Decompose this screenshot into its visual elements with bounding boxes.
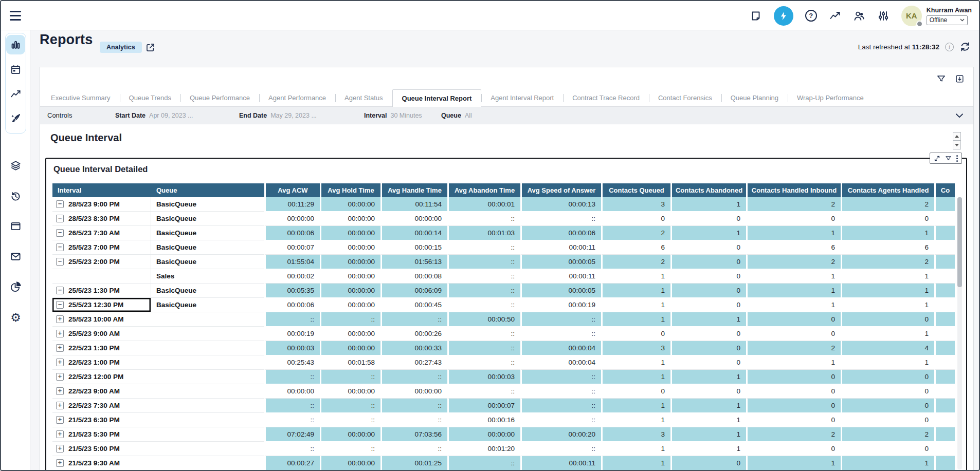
expand-row-icon[interactable] xyxy=(56,430,64,438)
sidebar-item-customize[interactable] xyxy=(6,108,25,128)
tab-queue-planning[interactable]: Queue Planning xyxy=(721,89,788,106)
quick-actions-icon[interactable] xyxy=(774,6,793,26)
sidebar-item-workspace[interactable] xyxy=(6,216,25,236)
column-header-interval[interactable]: Interval xyxy=(52,183,151,197)
tab-contact-forensics[interactable]: Contact Forensics xyxy=(649,89,721,106)
interval-cell[interactable]: 25/5/23 9:00 AM xyxy=(52,327,264,341)
customers-icon[interactable] xyxy=(853,10,865,22)
table-vertical-scrollbar[interactable] xyxy=(957,197,962,469)
interval-cell[interactable]: 22/5/23 1:30 PM xyxy=(52,341,264,355)
control-queue[interactable]: QueueAll xyxy=(441,112,472,119)
column-header-avg-hold-time[interactable]: Avg Hold Time xyxy=(320,183,380,197)
column-header-contacts-handled-inbound[interactable]: Contacts Handled Inbound xyxy=(746,183,841,197)
filter-icon[interactable] xyxy=(936,74,946,84)
control-end-date[interactable]: End DateMay 29, 2023 ... xyxy=(239,112,317,119)
interval-cell[interactable]: 21/5/23 5:00 PM xyxy=(52,442,264,456)
expand-row-icon[interactable] xyxy=(56,445,64,453)
control-start-date[interactable]: Start DateApr 09, 2023 ... xyxy=(115,112,193,119)
visual-filter-icon[interactable] xyxy=(945,155,952,162)
sidebar-item-messages[interactable] xyxy=(6,247,25,266)
download-icon[interactable] xyxy=(955,74,965,84)
column-header-queue[interactable]: Queue xyxy=(151,183,264,197)
expand-row-icon[interactable] xyxy=(56,373,64,381)
expand-row-icon[interactable] xyxy=(56,416,64,424)
interval-cell[interactable]: 25/5/23 7:00 PM xyxy=(52,240,151,255)
controls-collapse-chevron-icon[interactable] xyxy=(954,110,965,121)
collapse-row-icon[interactable] xyxy=(56,258,64,266)
preferences-sliders-icon[interactable] xyxy=(877,10,890,22)
tab-contract-trace-record[interactable]: Contract Trace Record xyxy=(563,89,649,106)
column-header-avg-handle-time[interactable]: Avg Handle Time xyxy=(380,183,447,197)
control-interval[interactable]: Interval30 Minutes xyxy=(364,112,422,119)
expand-icon[interactable] xyxy=(934,155,940,162)
tab-executive-summary[interactable]: Executive Summary xyxy=(42,89,120,106)
column-header-contacts-agents-handled[interactable]: Contacts Agents Handled xyxy=(841,183,934,197)
expand-row-icon[interactable] xyxy=(56,402,64,409)
interval-cell[interactable]: 26/5/23 7:30 AM xyxy=(52,226,151,240)
expand-row-icon[interactable] xyxy=(56,387,64,395)
expand-row-icon[interactable] xyxy=(56,459,64,467)
interval-cell[interactable]: 21/5/23 5:30 PM xyxy=(52,427,264,442)
collapse-row-icon[interactable] xyxy=(56,243,64,251)
more-options-icon[interactable] xyxy=(956,155,958,162)
status-select[interactable]: Offline xyxy=(927,15,968,25)
sidebar-item-reports[interactable] xyxy=(6,35,25,54)
collapse-row-icon[interactable] xyxy=(56,301,64,309)
value-cell xyxy=(934,384,955,399)
tab-agent-performance[interactable]: Agent Performance xyxy=(259,89,335,106)
interval-cell[interactable]: 28/5/23 9:00 PM xyxy=(52,197,151,212)
scroll-up-arrow[interactable] xyxy=(953,132,961,141)
tab-agent-status[interactable]: Agent Status xyxy=(335,89,392,106)
interval-cell[interactable]: 21/5/23 9:30 AM xyxy=(52,456,264,470)
expand-row-icon[interactable] xyxy=(56,330,64,337)
interval-cell[interactable]: 22/5/23 1:00 PM xyxy=(52,355,264,370)
column-header-co[interactable]: Co xyxy=(934,183,955,197)
tab-agent-interval-report[interactable]: Agent Interval Report xyxy=(481,89,563,106)
sidebar-item-analytics[interactable] xyxy=(6,277,25,296)
expand-row-icon[interactable] xyxy=(56,359,64,366)
sidebar-item-history[interactable] xyxy=(6,186,25,205)
collapse-row-icon[interactable] xyxy=(56,215,64,222)
help-icon[interactable] xyxy=(805,10,817,22)
value-cell xyxy=(934,212,955,226)
column-header-avg-speed-of-answer[interactable]: Avg Speed of Answer xyxy=(520,183,601,197)
sidebar-item-settings[interactable]: ⚙ xyxy=(6,308,25,327)
interval-cell[interactable]: 25/5/23 1:30 PM xyxy=(52,284,151,298)
metrics-icon[interactable] xyxy=(829,10,841,22)
value-cell: 00:00:06 xyxy=(264,298,320,312)
column-header-contacts-queued[interactable]: Contacts Queued xyxy=(601,183,670,197)
expand-row-icon[interactable] xyxy=(56,315,64,323)
notes-icon[interactable] xyxy=(750,10,762,22)
external-link-icon[interactable] xyxy=(145,42,156,53)
scrollbar-thumb[interactable] xyxy=(957,197,962,287)
column-header-avg-acw[interactable]: Avg ACW xyxy=(264,183,320,197)
scroll-down-arrow[interactable] xyxy=(953,141,961,149)
avatar[interactable]: KA xyxy=(901,6,922,26)
interval-cell[interactable]: 22/5/23 7:30 AM xyxy=(52,399,264,413)
collapse-row-icon[interactable] xyxy=(56,200,64,208)
interval-cell[interactable]: 22/5/23 9:00 AM xyxy=(52,384,264,399)
sidebar-item-flows[interactable] xyxy=(6,156,25,175)
tab-queue-trends[interactable]: Queue Trends xyxy=(120,89,180,106)
tab-wrap-up-performance[interactable]: Wrap-Up Performance xyxy=(788,89,873,106)
collapse-row-icon[interactable] xyxy=(56,287,64,294)
hamburger-menu-icon[interactable] xyxy=(10,11,21,21)
info-icon[interactable] xyxy=(945,43,954,51)
expand-row-icon[interactable] xyxy=(56,344,64,352)
interval-cell[interactable]: 25/5/23 10:00 AM xyxy=(52,312,264,327)
refresh-icon[interactable] xyxy=(959,41,971,52)
tab-queue-interval-report[interactable]: Queue Interval Report xyxy=(392,89,482,107)
collapse-row-icon[interactable] xyxy=(56,229,64,237)
tab-queue-performance[interactable]: Queue Performance xyxy=(180,89,259,106)
value-cell: 1 xyxy=(670,197,746,212)
interval-cell[interactable]: 22/5/23 12:00 PM xyxy=(52,370,264,384)
column-header-contacts-abandoned[interactable]: Contacts Abandoned xyxy=(670,183,746,197)
interval-cell[interactable]: 25/5/23 12:30 PM xyxy=(52,298,151,312)
sidebar-item-trends[interactable] xyxy=(6,84,25,104)
interval-cell[interactable] xyxy=(52,269,151,284)
interval-cell[interactable]: 25/5/23 2:00 PM xyxy=(52,255,151,269)
interval-cell[interactable]: 21/5/23 6:30 PM xyxy=(52,413,264,427)
column-header-avg-abandon-time[interactable]: Avg Abandon Time xyxy=(447,183,520,197)
interval-cell[interactable]: 28/5/23 8:30 PM xyxy=(52,212,151,226)
sidebar-item-schedule[interactable] xyxy=(6,60,25,79)
